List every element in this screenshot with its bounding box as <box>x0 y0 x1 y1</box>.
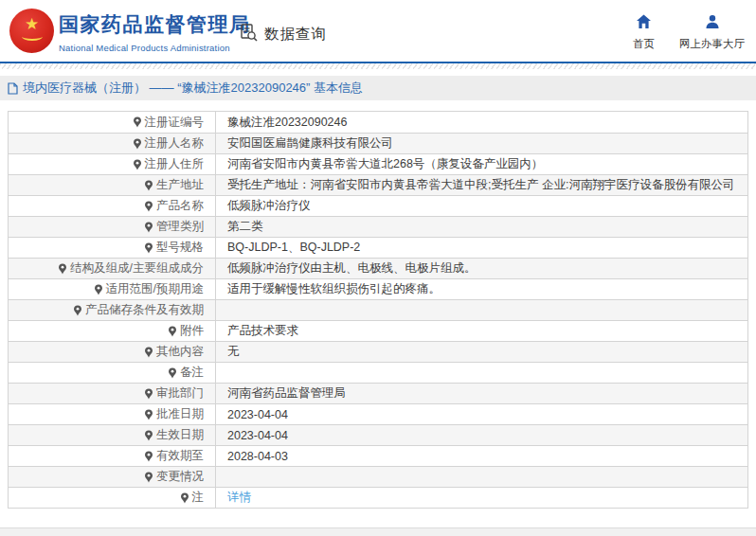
row-label-cell: 产品名称 <box>9 196 216 216</box>
note-icon <box>94 284 103 295</box>
footer-strip <box>0 527 756 536</box>
row-label: 注 <box>192 490 205 506</box>
note-icon <box>144 222 153 233</box>
note-icon <box>144 388 153 400</box>
table-row: 产品名称 低频脉冲治疗仪 <box>9 195 747 216</box>
row-value-cell <box>216 467 747 487</box>
row-value-cell: 豫械注准20232090246 <box>216 112 747 133</box>
breadcrumb-text: 境内医疗器械（注册） —— “豫械注准20232090246” 基本信息 <box>23 80 363 97</box>
row-value-cell: 河南省安阳市内黄县帝喾大道北268号（康复设备产业园内） <box>216 154 747 174</box>
file-icon <box>8 82 18 95</box>
table-row: 生产地址 受托生产地址：河南省安阳市内黄县帝喾大道中段;受托生产 企业:河南翔宇… <box>9 174 747 195</box>
row-label: 有效期至 <box>156 448 204 464</box>
row-label-cell: 批准日期 <box>9 404 216 424</box>
row-label-cell: 生效日期 <box>9 425 216 445</box>
row-label: 注册证编号 <box>145 115 205 131</box>
row-label: 注册人住所 <box>145 156 205 172</box>
row-label: 附件 <box>180 323 204 339</box>
note-icon <box>144 180 153 191</box>
table-row: 注 详情 <box>9 487 747 508</box>
note-icon <box>168 367 177 379</box>
table-row: 结构及组成/主要组成成分 低频脉冲治疗仪由主机、电极线、电极片组成。 <box>9 258 747 278</box>
emblem-star-icon: ★ <box>25 18 39 31</box>
page-header: ★ 国家药品监督管理局 National Medical Products Ad… <box>0 0 756 63</box>
row-label-cell: 附件 <box>9 321 216 341</box>
note-icon <box>168 326 177 337</box>
row-value: 低频脉冲治疗仪由主机、电极线、电极片组成。 <box>227 260 477 277</box>
table-row: 附件 产品技术要求 <box>9 320 747 341</box>
detail-link[interactable]: 详情 <box>227 490 251 506</box>
nav-item-label: 首页 <box>633 37 655 51</box>
data-query-icon <box>239 23 259 46</box>
table-row: 注册证编号 豫械注准20232090246 <box>9 112 747 133</box>
org-name-en: National Medical Products Administration <box>59 43 251 53</box>
row-label-cell: 注册人名称 <box>9 134 216 153</box>
row-value-cell: 详情 <box>216 488 747 508</box>
table-row: 审批部门 河南省药品监督管理局 <box>9 383 747 403</box>
table-row: 注册人住所 河南省安阳市内黄县帝喾大道北268号（康复设备产业园内） <box>9 153 747 174</box>
row-label-cell: 管理类别 <box>9 217 216 237</box>
table-row: 适用范围/预期用途 适用于缓解慢性软组织损伤引起的疼痛。 <box>9 278 747 299</box>
row-label: 型号规格 <box>156 240 204 256</box>
table-row: 有效期至 2028-04-03 <box>9 445 747 466</box>
nav-item-home[interactable]: 首页 <box>633 14 655 51</box>
note-icon <box>180 492 189 504</box>
row-value: 豫械注准20232090246 <box>227 115 347 131</box>
table-row: 型号规格 BQ-JLDP-1、BQ-JLDP-2 <box>9 237 747 258</box>
data-query-section[interactable]: 数据查询 <box>239 23 327 46</box>
row-label-cell: 结构及组成/主要组成成分 <box>9 259 216 278</box>
row-value: 无 <box>227 344 240 360</box>
note-icon <box>144 451 153 462</box>
row-label: 变更情况 <box>156 469 204 485</box>
nav-item-service-hall[interactable]: 网上办事大厅 <box>679 14 745 51</box>
table-row: 管理类别 第二类 <box>9 216 747 237</box>
row-value: 产品技术要求 <box>227 323 298 339</box>
row-label-cell: 注册证编号 <box>9 112 216 133</box>
data-query-label: 数据查询 <box>264 25 327 45</box>
note-icon <box>133 159 142 170</box>
row-label: 产品名称 <box>156 198 204 214</box>
note-icon <box>144 472 153 483</box>
row-label: 产品储存条件及有效期 <box>85 302 204 318</box>
row-label: 备注 <box>180 365 204 381</box>
row-value-cell: 2023-04-04 <box>216 404 747 424</box>
row-label-cell: 其他内容 <box>9 342 216 362</box>
breadcrumb: 境内医疗器械（注册） —— “豫械注准20232090246” 基本信息 <box>0 76 756 100</box>
org-title-block: 国家药品监督管理局 National Medical Products Admi… <box>59 11 251 53</box>
note-icon <box>144 242 153 254</box>
note-icon <box>58 263 67 275</box>
table-row: 批准日期 2023-04-04 <box>9 403 747 424</box>
note-icon <box>144 201 153 212</box>
nav-item-label: 网上办事大厅 <box>679 37 745 51</box>
note-icon <box>133 138 142 150</box>
row-value: 安阳国医扁鹊健康科技有限公司 <box>227 135 393 152</box>
row-value-cell: 2028-04-03 <box>216 446 747 466</box>
row-value-cell: 适用于缓解慢性软组织损伤引起的疼痛。 <box>216 279 747 299</box>
row-value: 受托生产地址：河南省安阳市内黄县帝喾大道中段;受托生产 企业:河南翔宇医疗设备股… <box>227 177 734 193</box>
row-value: 低频脉冲治疗仪 <box>227 198 311 214</box>
row-label-cell: 适用范围/预期用途 <box>9 279 216 299</box>
row-label: 注册人名称 <box>145 135 205 152</box>
table-row: 产品储存条件及有效期 <box>9 299 747 320</box>
row-value-cell: 产品技术要求 <box>216 321 747 341</box>
row-label-cell: 注册人住所 <box>9 154 216 174</box>
row-label-cell: 备注 <box>9 363 216 383</box>
note-icon <box>144 409 153 420</box>
row-value-cell <box>216 363 747 383</box>
table-row: 生效日期 2023-04-04 <box>9 424 747 445</box>
row-value: 河南省安阳市内黄县帝喾大道北268号（康复设备产业园内） <box>227 156 543 172</box>
note-icon <box>144 347 153 358</box>
row-label: 其他内容 <box>156 344 204 360</box>
info-table: 注册证编号 豫械注准20232090246 注册人名称 安阳国医扁鹊健康科技有限… <box>8 111 748 509</box>
national-emblem-logo[interactable]: ★ <box>9 9 54 53</box>
person-icon <box>705 14 720 33</box>
row-value-cell: 2023-04-04 <box>216 425 747 445</box>
org-name-cn: 国家药品监督管理局 <box>59 11 251 38</box>
row-label-cell: 有效期至 <box>9 446 216 466</box>
row-value: 2023-04-04 <box>227 408 288 421</box>
row-value-cell: 第二类 <box>216 217 747 237</box>
row-label: 适用范围/预期用途 <box>106 281 204 297</box>
row-value: 第二类 <box>227 219 263 235</box>
table-row: 其他内容 无 <box>9 341 747 362</box>
row-label: 管理类别 <box>156 219 204 235</box>
